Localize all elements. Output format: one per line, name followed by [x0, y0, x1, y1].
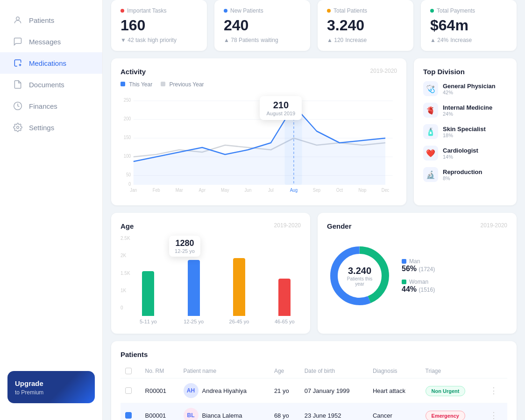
division-icon-0: 🩺 [423, 81, 438, 96]
finance-icon [13, 101, 22, 111]
sidebar-item-patients[interactable]: Patients [0, 9, 102, 31]
stat-label: Total Patients [327, 7, 404, 14]
this-year-area [134, 105, 385, 185]
svg-text:Apr: Apr [199, 188, 206, 193]
stat-sub: ▲ 24% Increase [430, 37, 507, 43]
gender-legend: Man 56% (1724) Woman 44% [402, 258, 435, 294]
svg-text:Oct: Oct [336, 188, 343, 193]
pill-icon [13, 58, 22, 68]
svg-text:Jun: Jun [244, 188, 251, 193]
patients-title: Patients [121, 350, 507, 358]
svg-text:May: May [221, 188, 229, 193]
activity-chart: 210 August 2019 250 200 150 100 50 [121, 91, 397, 196]
stat-arrow: ▼ 42 task [121, 37, 146, 43]
gender-title: Gender [327, 222, 352, 230]
stat-sub: ▼ 42 task high priority [121, 37, 198, 43]
stat-dot [327, 9, 331, 13]
division-info-3: Cardiologist 14% [443, 147, 478, 160]
division-icon-3: ❤️ [423, 146, 438, 161]
stat-label: Important Tasks [121, 7, 198, 14]
age-y-labels: 2.5K 2K 1.5K 1K 0 [121, 236, 132, 320]
division-info-4: Reproduction 8% [443, 168, 482, 181]
patients-table: No. RM Patient name Age Date of birth Di… [121, 364, 507, 420]
sidebar-label: Patients [29, 16, 54, 24]
triage-badge-1: Emergency [426, 411, 465, 420]
patients-tbody: R00001 AH Andrea Hiyahiya 21 yo 07 Janua… [121, 378, 507, 420]
age-bar-label-0: 5-11 yo [140, 319, 157, 324]
division-info-1: Internal Medicine 24% [443, 104, 492, 117]
row-three: Age 2019-2020 2.5K 2K 1.5K 1K 0 1280 12-… [111, 213, 517, 334]
row-dob-1: 23 June 1952 [300, 403, 368, 420]
message-icon [13, 37, 22, 46]
patients-card: Patients No. RM Patient name Age Date of… [111, 341, 517, 420]
sidebar-item-medications[interactable]: Medications [0, 52, 102, 74]
upgrade-box[interactable]: Upgrade to Premium [7, 371, 95, 403]
svg-text:250: 250 [124, 98, 131, 103]
row-age-0: 21 yo [270, 378, 300, 403]
svg-point-0 [16, 17, 20, 20]
age-bar-2 [233, 258, 245, 316]
age-bar-3 [278, 279, 291, 316]
activity-year: 2019-2020 [370, 68, 397, 74]
stat-sub: ▲ 78 Patients waiting [224, 37, 301, 43]
age-title: Age [121, 222, 134, 230]
stat-dot [430, 9, 434, 13]
select-all-checkbox[interactable] [125, 368, 132, 374]
division-item-3: ❤️ Cardiologist 14% [423, 146, 507, 161]
row-menu-1[interactable]: ⋮ [490, 411, 498, 420]
stat-card-0: Important Tasks 160 ▼ 42 task high prior… [111, 0, 207, 51]
age-bar-1 [188, 260, 200, 316]
stat-dot [224, 9, 227, 13]
gender-content: 3.240 Patients this year Man 56% (1724) [327, 243, 507, 308]
stat-card-2: Total Patients 3.240 ▲ 120 Increase [318, 0, 413, 51]
svg-text:50: 50 [126, 172, 131, 177]
sidebar-item-finances[interactable]: Finances [0, 95, 102, 117]
division-icon-4: 🔬 [423, 167, 438, 182]
svg-text:Sep: Sep [313, 188, 320, 193]
row-checkbox-1[interactable] [125, 412, 132, 419]
age-chart-area: 2.5K 2K 1.5K 1K 0 1280 12-25 yo 5-11 yo … [121, 236, 301, 324]
table-row: R00001 AH Andrea Hiyahiya 21 yo 07 Janua… [121, 378, 507, 403]
aug-peak-dot [291, 103, 296, 108]
document-icon [13, 80, 22, 89]
row-menu-0[interactable]: ⋮ [490, 386, 498, 395]
row-checkbox-0[interactable] [125, 387, 132, 394]
age-bar-label-3: 46-65 yo [275, 319, 295, 324]
top-division-title: Top Division [423, 68, 507, 76]
age-tooltip: 1280 12-25 yo [169, 236, 200, 257]
age-bar-group-1: 12-25 yo [177, 260, 210, 324]
stat-value: 240 [224, 17, 301, 34]
sidebar-item-documents[interactable]: Documents [0, 74, 102, 95]
donut-chart: 3.240 Patients this year [327, 243, 392, 308]
upgrade-subtitle: to Premium [15, 389, 87, 396]
gender-header: Gender 2019-2020 [327, 222, 507, 236]
division-info-2: Skin Specialist 18% [443, 126, 486, 138]
sidebar-label: Settings [29, 124, 54, 132]
sidebar-item-settings[interactable]: Settings [0, 117, 102, 138]
stat-card-3: Total Payments $64m ▲ 24% Increase [421, 0, 517, 51]
svg-text:Jan: Jan [130, 188, 137, 193]
stat-dot [121, 9, 124, 13]
svg-text:150: 150 [124, 135, 131, 140]
stats-row: Important Tasks 160 ▼ 42 task high prior… [111, 0, 517, 51]
age-year: 2019-2020 [274, 222, 301, 236]
row-id-0: R00001 [141, 378, 179, 403]
patient-avatar-1: BL [184, 408, 199, 420]
division-icon-1: 🫀 [423, 103, 438, 118]
main-content: Important Tasks 160 ▼ 42 task high prior… [103, 0, 525, 420]
age-bar-group-2: 26-45 yo [223, 258, 255, 324]
woman-legend: Woman 44% (1516) [402, 279, 435, 294]
chart-legend: This Year Previous Year [121, 81, 204, 88]
svg-text:Jul: Jul [268, 188, 274, 193]
upgrade-title: Upgrade [15, 379, 87, 387]
row-diagnosis-0: Heart attack [368, 378, 421, 403]
sidebar-item-messages[interactable]: Messages [0, 31, 102, 52]
sidebar: PatientsMessagesMedicationsDocumentsFina… [0, 0, 103, 420]
stat-sub: ▲ 120 Increase [327, 37, 404, 43]
patients-thead: No. RM Patient name Age Date of birth Di… [121, 364, 507, 378]
sidebar-label: Finances [29, 102, 57, 110]
age-bar-group-3: 46-65 yo [269, 279, 301, 324]
gender-year: 2019-2020 [481, 222, 507, 236]
svg-text:Aug: Aug [290, 188, 298, 193]
svg-point-2 [17, 126, 19, 129]
